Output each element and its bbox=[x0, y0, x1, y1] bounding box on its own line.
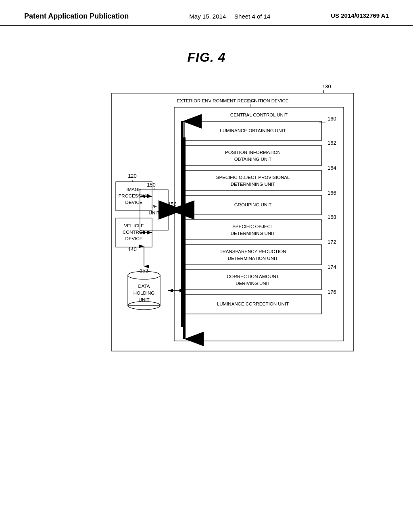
image-proc-ref: 120 bbox=[128, 173, 137, 179]
ref-172: 172 bbox=[327, 239, 336, 245]
data-holding-label3: UNIT bbox=[139, 297, 150, 302]
image-proc-label1: IMAGE bbox=[126, 187, 141, 192]
svg-rect-12 bbox=[184, 220, 321, 240]
data-holding-ref: 152 bbox=[140, 268, 148, 274]
ref-164: 164 bbox=[327, 165, 336, 171]
unit-correction-2: DERIVING UNIT bbox=[236, 281, 270, 286]
sheet-label: Sheet 4 of 14 bbox=[234, 13, 270, 20]
unit-specific-determining-1: SPECIFIC OBJECT bbox=[232, 224, 273, 229]
unit-luminance-correction: LUMINANCE CORRECTION UNIT bbox=[217, 301, 289, 306]
unit-grouping: GROUPING UNIT bbox=[234, 202, 272, 207]
image-proc-label3: DEVICE bbox=[125, 200, 143, 205]
outer-ref: 130 bbox=[322, 83, 331, 89]
image-proc-label2: PROCESSING bbox=[119, 193, 150, 198]
publication-label: Patent Application Publication bbox=[24, 12, 129, 21]
page-header: Patent Application Publication May 15, 2… bbox=[0, 0, 413, 26]
ref-174: 174 bbox=[327, 264, 336, 270]
unit-luminance-obtaining: LUMINANCE OBTAINING UNIT bbox=[220, 128, 286, 133]
unit-specific-provisional-2: DETERMINING UNIT bbox=[231, 182, 275, 187]
date-label: May 15, 2014 bbox=[189, 13, 226, 20]
svg-rect-8 bbox=[184, 170, 321, 191]
data-holding-label1: DATA bbox=[138, 284, 150, 289]
unit-transparency-1: TRANSPARENCY REDUCTION bbox=[219, 249, 286, 254]
patent-number: US 2014/0132769 A1 bbox=[331, 12, 389, 19]
figure-title: FIG. 4 bbox=[0, 50, 413, 65]
vehicle-control-label1: VEHICLE bbox=[124, 223, 144, 228]
unit-position-info-2: OBTAINING UNIT bbox=[234, 157, 271, 162]
diagram-area: EXTERIOR ENVIRONMENT RECOGNITION DEVICE … bbox=[0, 77, 413, 367]
unit-position-info-1: POSITION INFORMATION bbox=[225, 150, 281, 155]
diagram-container: EXTERIOR ENVIRONMENT RECOGNITION DEVICE … bbox=[49, 77, 364, 367]
diagram-svg: EXTERIOR ENVIRONMENT RECOGNITION DEVICE … bbox=[49, 77, 364, 367]
if-unit-ref: 150 bbox=[147, 182, 156, 188]
date-sheet-info: May 15, 2014 Sheet 4 of 14 bbox=[189, 12, 270, 21]
ref-160: 160 bbox=[327, 116, 336, 122]
vehicle-control-label2: CONTROL bbox=[123, 230, 146, 235]
svg-rect-6 bbox=[184, 145, 321, 166]
unit-specific-determining-2: DETERMINING UNIT bbox=[231, 231, 275, 236]
ref-176: 176 bbox=[327, 289, 336, 295]
vehicle-control-label3: DEVICE bbox=[125, 236, 143, 241]
arrow-ref-156: 156 bbox=[168, 201, 177, 207]
central-control-ref: 154 bbox=[246, 98, 255, 104]
ref-168: 168 bbox=[327, 214, 336, 220]
ref-162: 162 bbox=[327, 140, 336, 146]
if-unit-label2: UNIT bbox=[149, 210, 160, 215]
data-holding-label2: HOLDING bbox=[133, 291, 154, 295]
ref-166: 166 bbox=[327, 190, 336, 196]
outer-box-label: EXTERIOR ENVIRONMENT RECOGNITION DEVICE bbox=[177, 98, 288, 103]
svg-rect-16 bbox=[184, 270, 321, 290]
unit-specific-provisional-1: SPECIFIC OBJECT PROVISIONAL bbox=[216, 175, 290, 180]
unit-transparency-2: DETERMINATION UNIT bbox=[228, 256, 278, 261]
svg-rect-14 bbox=[184, 245, 321, 265]
central-control-label: CENTRAL CONTROL UNIT bbox=[230, 112, 288, 117]
unit-correction-1: CORRECTION AMOUNT bbox=[227, 274, 279, 279]
